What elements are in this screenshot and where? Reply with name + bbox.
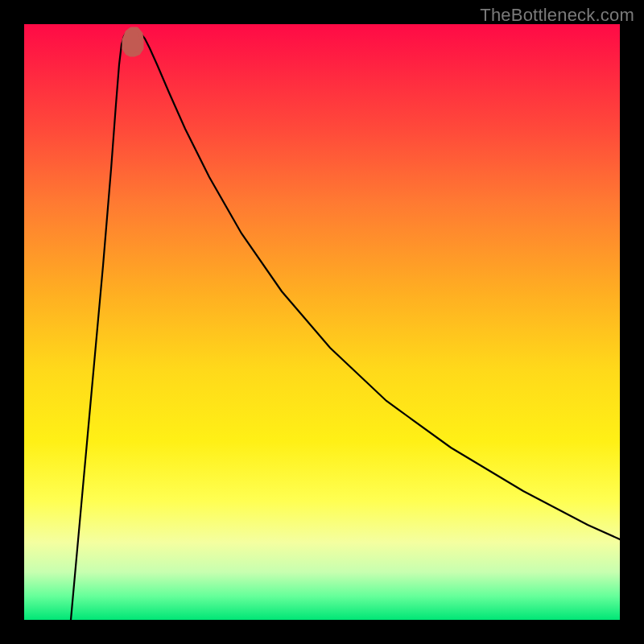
chart-plot-area xyxy=(24,24,620,620)
curve-right-branch xyxy=(138,32,620,539)
watermark-text: TheBottleneck.com xyxy=(480,5,634,26)
chart-outer-frame: TheBottleneck.com xyxy=(0,0,644,644)
chart-curves-svg xyxy=(24,24,620,620)
curve-left-branch xyxy=(71,32,127,620)
bottleneck-marker xyxy=(124,29,142,55)
